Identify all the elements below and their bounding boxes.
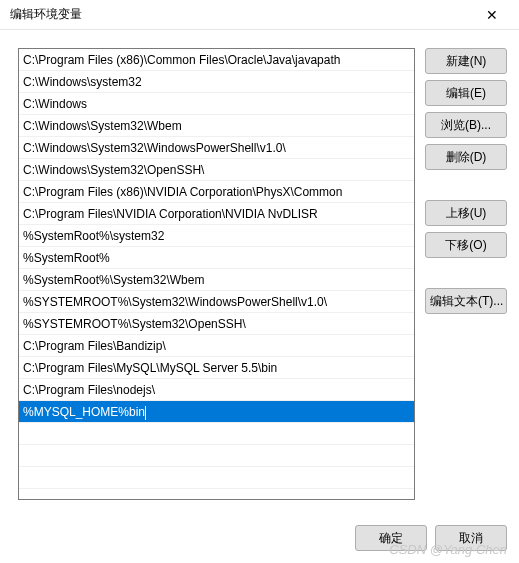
list-item[interactable]: %SYSTEMROOT%\System32\WindowsPowerShell\…	[19, 291, 414, 313]
list-item	[19, 445, 414, 467]
list-item[interactable]: C:\Program Files\MySQL\MySQL Server 5.5\…	[19, 357, 414, 379]
move-down-button[interactable]: 下移(O)	[425, 232, 507, 258]
list-item	[19, 467, 414, 489]
list-item[interactable]: C:\Windows	[19, 93, 414, 115]
list-item[interactable]: %SystemRoot%\System32\Wbem	[19, 269, 414, 291]
cancel-button[interactable]: 取消	[435, 525, 507, 551]
list-item[interactable]: %SystemRoot%\system32	[19, 225, 414, 247]
path-listbox[interactable]: C:\Program Files (x86)\Common Files\Orac…	[18, 48, 415, 500]
new-button[interactable]: 新建(N)	[425, 48, 507, 74]
spacer	[425, 176, 507, 194]
browse-button[interactable]: 浏览(B)...	[425, 112, 507, 138]
ok-button[interactable]: 确定	[355, 525, 427, 551]
list-item[interactable]: %SystemRoot%	[19, 247, 414, 269]
list-item[interactable]: C:\Program Files (x86)\NVIDIA Corporatio…	[19, 181, 414, 203]
button-sidebar: 新建(N) 编辑(E) 浏览(B)... 删除(D) 上移(U) 下移(O) 编…	[425, 48, 507, 551]
list-item[interactable]: C:\Windows\System32\Wbem	[19, 115, 414, 137]
list-item[interactable]: C:\Program Files\nodejs\	[19, 379, 414, 401]
list-item[interactable]: C:\Program Files (x86)\Common Files\Orac…	[19, 49, 414, 71]
move-up-button[interactable]: 上移(U)	[425, 200, 507, 226]
content-area: C:\Program Files (x86)\Common Files\Orac…	[0, 30, 519, 563]
titlebar: 编辑环境变量 ✕	[0, 0, 519, 30]
spacer	[425, 264, 507, 282]
delete-button[interactable]: 删除(D)	[425, 144, 507, 170]
list-item[interactable]: %MYSQL_HOME%bin	[19, 401, 414, 423]
window-title: 编辑环境变量	[10, 6, 82, 23]
list-item[interactable]: C:\Program Files\Bandizip\	[19, 335, 414, 357]
dialog-footer: 确定 取消	[355, 525, 507, 551]
list-item[interactable]: C:\Windows\System32\WindowsPowerShell\v1…	[19, 137, 414, 159]
list-item[interactable]: C:\Program Files\NVIDIA Corporation\NVID…	[19, 203, 414, 225]
edit-button[interactable]: 编辑(E)	[425, 80, 507, 106]
list-item	[19, 423, 414, 445]
close-button[interactable]: ✕	[471, 2, 513, 28]
edit-text-button[interactable]: 编辑文本(T)...	[425, 288, 507, 314]
list-item[interactable]: %SYSTEMROOT%\System32\OpenSSH\	[19, 313, 414, 335]
list-item[interactable]: C:\Windows\System32\OpenSSH\	[19, 159, 414, 181]
list-item[interactable]: C:\Windows\system32	[19, 71, 414, 93]
close-icon: ✕	[486, 7, 498, 23]
